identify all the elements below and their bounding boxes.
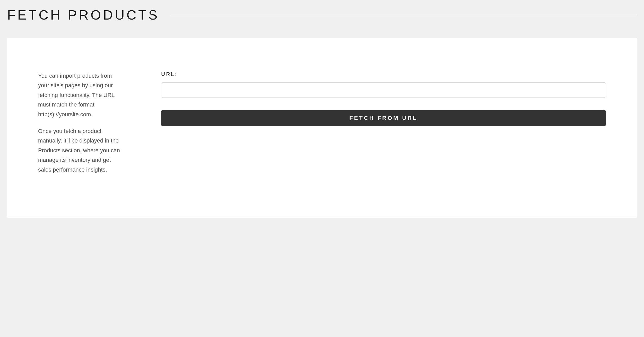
main-card: You can import products from your site's…	[7, 38, 637, 218]
fetch-from-url-button[interactable]: FETCH FROM URL	[161, 110, 606, 126]
page-title: FETCH PRODUCTS	[7, 7, 160, 23]
page-header: FETCH PRODUCTS	[7, 7, 637, 23]
form-column: URL: FETCH FROM URL	[161, 71, 606, 182]
url-input[interactable]	[161, 82, 606, 98]
url-label: URL:	[161, 71, 606, 77]
description-column: You can import products from your site's…	[38, 71, 123, 182]
description-paragraph-1: You can import products from your site's…	[38, 71, 123, 119]
header-divider	[170, 16, 637, 16]
description-paragraph-2: Once you fetch a product manually, it'll…	[38, 126, 123, 174]
page-container: FETCH PRODUCTS You can import products f…	[0, 0, 644, 225]
